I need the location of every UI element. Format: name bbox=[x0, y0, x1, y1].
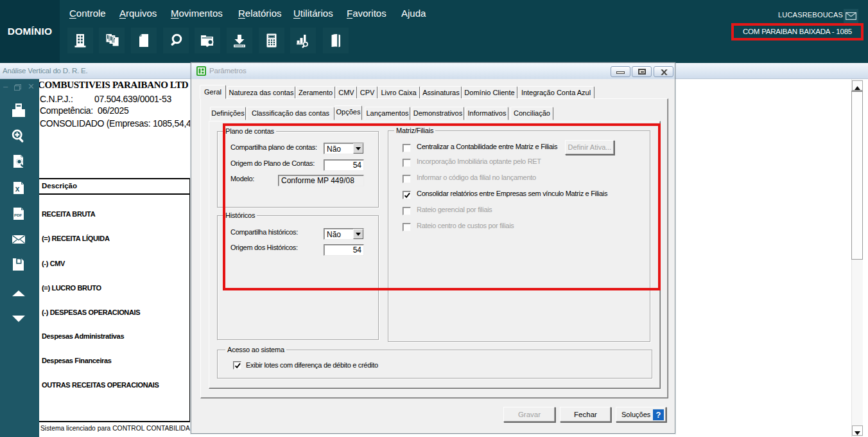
svg-text:x: x bbox=[15, 184, 20, 193]
svg-text:PDF: PDF bbox=[14, 213, 22, 217]
